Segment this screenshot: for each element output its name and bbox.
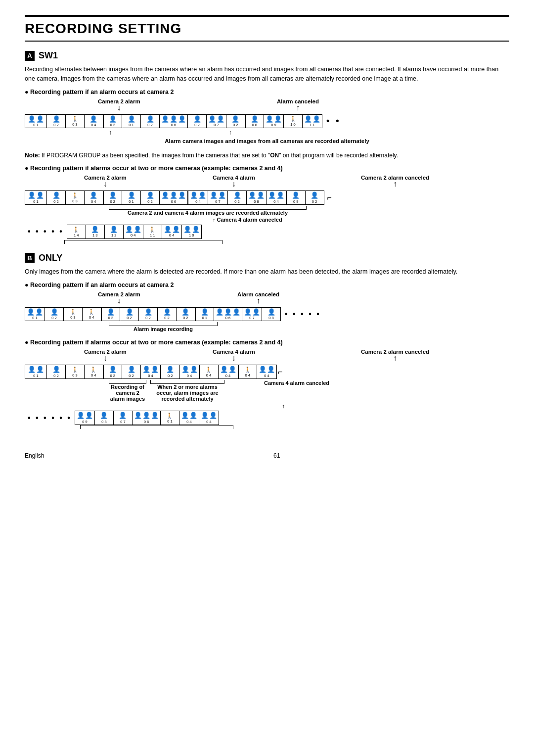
section-a-description: Recording alternates between images from… [25, 65, 509, 84]
section-a-pattern2-title: Recording pattern if alarms occur at two… [25, 165, 509, 172]
camera-strip-a2-row2: 🚶 1 4 👤 1 3 👤 1 2 [67, 225, 202, 239]
section-a-pattern1-title: Recording pattern if an alarm occurs at … [25, 89, 509, 95]
section-b-description: Only images from the camera where the al… [25, 267, 509, 277]
section-b-pattern2-title: Recording pattern if alarms occur at two… [25, 339, 509, 346]
page-title: RECORDING SETTING [25, 15, 509, 42]
section-a-pattern2-bottom1: Camera 2 and camera 4 alarm images are r… [109, 210, 307, 216]
cam2-canceled-label-a2: Camera 2 alarm canceled ↑ [361, 175, 429, 188]
dots-a2: • • • • • [28, 227, 64, 236]
footer-language: English [25, 452, 44, 459]
section-b-pattern1-diagram: Camera 2 alarm ↓ Alarm canceled ↑ 👤👤 0 1 [25, 291, 509, 332]
section-b-header: B ONLY [25, 253, 509, 263]
alarm-canceled-label-a1: Alarm canceled ↑ [277, 98, 319, 111]
camera-strip-b2-row1: 👤👤 0 1 👤 0 2 🚶 [25, 365, 277, 379]
cam2-alarm-label-a2: Camera 2 alarm ↓ [84, 175, 127, 188]
section-b-pattern2-bottom-mid: When 2 or more alarms occur, alarm image… [150, 384, 224, 402]
dots-b2: • • • • • • [28, 414, 72, 423]
cam2-alarm-label-b1: Camera 2 alarm ↓ [98, 291, 140, 304]
alarm-canceled-label-b1: Alarm canceled ↑ [237, 291, 279, 304]
cam2-alarm-label-a1: Camera 2 alarm ↓ [98, 98, 140, 111]
footer-page-number: 61 [273, 452, 280, 459]
cam4-alarm-label-b2: Camera 4 alarm ↓ [213, 349, 255, 362]
camera-strip-a2-row1: 👤👤 0 1 👤 0 2 🚶 0 3 [25, 190, 324, 205]
section-a-pattern2-bottom2: ↑ Camera 4 alarm canceled [25, 217, 509, 223]
dots-a1: • • [326, 116, 341, 126]
section-a-label: SW1 [39, 50, 58, 61]
cam2-canceled-label-b2: Camera 2 alarm canceled ↑ [361, 349, 429, 362]
camera-strip-b1: 👤👤 0 1 👤 0 2 🚶 0 3 [25, 307, 281, 322]
cam2-alarm-label-b2: Camera 2 alarm ↓ [84, 349, 127, 362]
dots-b1: • • • • • [285, 310, 321, 319]
section-b-pattern1-bottom: Alarm image recording [109, 326, 218, 332]
page-footer: English 61 [25, 449, 509, 459]
camera-strip-a1: 👤👤 0 1 👤 0 2 🚶 0 3 [25, 114, 322, 129]
section-a-pattern1-bottom: Alarm camera images and images from all … [25, 138, 509, 144]
section-a-note: Note: If PROGRAM GROUP as been specified… [25, 151, 509, 160]
section-b-label: ONLY [39, 253, 62, 263]
section-a-pattern1-diagram: Camera 2 alarm ↓ Alarm canceled ↑ 👤👤 0 1 [25, 98, 509, 144]
cam4-alarm-label-a2: Camera 4 alarm ↓ [213, 175, 255, 188]
section-a-badge: A [25, 51, 35, 61]
section-b-pattern2-bottom-left: Recording of camera 2 alarm images [109, 384, 146, 402]
section-b-badge: B [25, 253, 35, 263]
section-a-header: A SW1 [25, 50, 509, 61]
section-b-pattern1-title: Recording pattern if an alarm occurs at … [25, 282, 509, 288]
section-a-pattern2-diagram: Camera 2 alarm ↓ Camera 4 alarm ↓ Camera… [25, 175, 509, 244]
section-b-pattern2-bottom-right: Camera 4 alarm canceled [264, 380, 329, 386]
camera-strip-b2-row2: 👤👤 0 9 👤 0 8 👤 [75, 411, 219, 425]
section-b-pattern2-diagram: Camera 2 alarm ↓ Camera 4 alarm ↓ Camera… [25, 349, 509, 429]
